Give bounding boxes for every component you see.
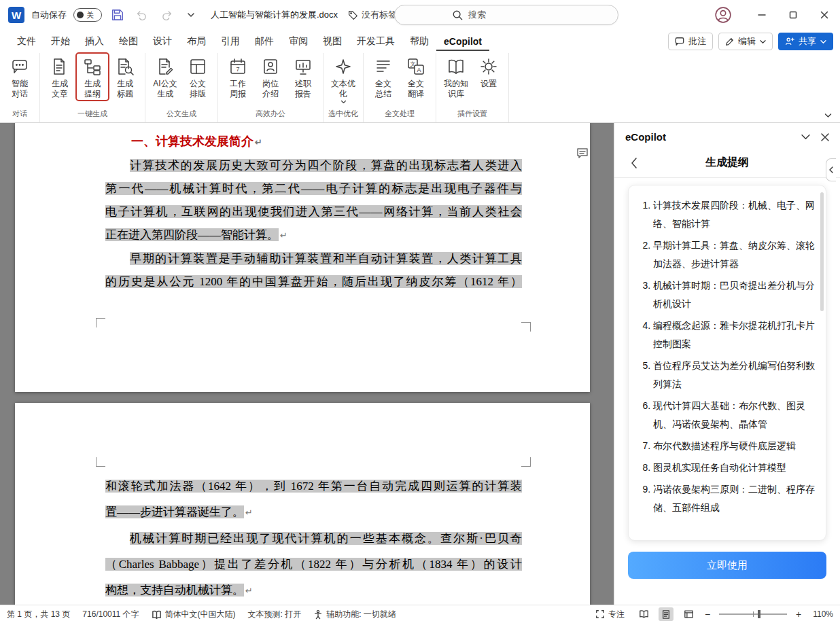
doc-line[interactable]: 机械计算时期已经出现了现代计算机的一些基本概念。查尔斯·巴贝奇 (105, 526, 522, 552)
settings-button[interactable]: 设置 (472, 53, 505, 90)
zoom-level[interactable]: 110% (810, 609, 833, 619)
ribbon-group-one-click: 生成文章 生成提纲 生成标题 一键生成 (40, 53, 145, 122)
weekly-report-button[interactable]: 7 工作周报 (222, 53, 254, 101)
search-box[interactable]: 搜索 (394, 5, 618, 25)
full-summary-button[interactable]: 全文总结 (367, 53, 400, 101)
outline-item[interactable]: 冯诺依曼架构三原则：二进制、程序存储、五部件组成 (653, 480, 815, 517)
doc-line[interactable]: 正在进入第四阶段——智能计算。↵ (105, 224, 522, 247)
document-page-1[interactable]: 一、计算技术发展简介↵ 计算技术的发展历史大致可分为四个阶段，算盘的出现标志着人… (15, 123, 590, 392)
focus-label: 专注 (608, 609, 625, 620)
comment-indicator-icon[interactable] (576, 147, 589, 159)
doc-line[interactable]: （Charles Babbage）提出了差分机（1822 年）与分析机（1834… (105, 552, 522, 577)
tab-review[interactable]: 审阅 (281, 31, 315, 52)
quick-access-chevron-icon[interactable] (182, 6, 200, 24)
doc-line[interactable]: 第一代——机械计算时代，第二代——电子计算的标志是出现电子器件与 (105, 177, 522, 200)
generate-article-button[interactable]: 生成文章 (43, 53, 76, 101)
zoom-slider[interactable] (719, 613, 787, 615)
ai-document-icon (156, 58, 174, 75)
status-bar: 第 1 页，共 13 页 716/10011 个字 简体中文(中国大陆) 文本预… (0, 605, 840, 623)
back-arrow-icon[interactable] (631, 158, 637, 168)
doc-heading[interactable]: 一、计算技术发展简介↵ (105, 123, 522, 154)
zoom-in-button[interactable]: + (794, 609, 803, 620)
minimize-button[interactable] (746, 0, 777, 30)
tab-layout[interactable]: 布局 (179, 31, 213, 52)
collapse-ribbon-chevron-icon[interactable] (824, 113, 832, 118)
proofing-status[interactable]: 简体中文(中国大陆) (152, 609, 236, 620)
doc-line[interactable]: 的历史是从公元 1200 年的中国算盘开始，随后出现了纳皮尔筹（1612 年） (105, 270, 522, 293)
read-mode-button[interactable] (636, 607, 651, 621)
text-boundary-mark (521, 322, 531, 332)
autosave-toggle[interactable]: 关 (73, 8, 102, 22)
word-count-status[interactable]: 716/10011 个字 (82, 609, 139, 620)
tab-references[interactable]: 引用 (213, 31, 247, 52)
tab-help[interactable]: 帮助 (402, 31, 436, 52)
accessibility-status[interactable]: 辅助功能: 一切就绪 (313, 609, 396, 620)
document-canvas[interactable]: 一、计算技术发展简介↵ 计算技术的发展历史大致可分为四个阶段，算盘的出现标志着人… (0, 123, 614, 605)
tab-insert[interactable]: 插入 (77, 31, 111, 52)
tab-design[interactable]: 设计 (145, 31, 179, 52)
document-page-2[interactable]: 和滚轮式加法器（1642 年），到 1672 年第一台自动完成四则运算的计算装 … (15, 403, 590, 605)
web-layout-button[interactable] (681, 607, 696, 621)
ai-official-doc-button[interactable]: AI公文生成 (149, 53, 181, 101)
print-layout-button[interactable] (659, 607, 673, 621)
tab-draw[interactable]: 绘图 (111, 31, 145, 52)
doc-typeset-button[interactable]: 公文排版 (181, 53, 214, 101)
doc-line[interactable]: 电子计算机，互联网的出现使我们进入第三代——网络计算，当前人类社会 (105, 200, 522, 224)
undo-icon[interactable] (133, 6, 151, 24)
panel-close-icon[interactable] (821, 133, 829, 141)
job-intro-button[interactable]: 岗位介绍 (254, 53, 287, 101)
doc-line[interactable]: 计算技术的发展历史大致可分为四个阶段，算盘的出现标志着人类进入 (105, 154, 522, 177)
use-now-button[interactable]: 立即使用 (628, 552, 826, 579)
outline-item[interactable]: 计算技术发展四阶段：机械、电子、网络、智能计算 (653, 196, 815, 233)
share-button[interactable]: 共享 (778, 33, 833, 50)
document-magnifier-icon (116, 58, 134, 75)
tab-ecopilot[interactable]: eCopilot (436, 32, 489, 52)
tab-home[interactable]: 开始 (43, 31, 77, 52)
smart-chat-button[interactable]: 智能对话 (3, 53, 36, 101)
text-prediction-status[interactable]: 文本预测: 打开 (248, 609, 302, 620)
text-optimize-button[interactable]: 文本优化 (327, 53, 360, 105)
work-report-button[interactable]: 述职报告 (287, 53, 319, 101)
word-app-icon[interactable]: W (8, 7, 24, 23)
page-number-status[interactable]: 第 1 页，共 13 页 (7, 609, 70, 620)
tab-file[interactable]: 文件 (10, 31, 43, 52)
language-label: 简体中文(中国大陆) (165, 609, 236, 620)
outline-item[interactable]: 现代计算四大基础：布尔代数、图灵机、冯诺依曼架构、晶体管 (653, 397, 815, 433)
ribbon-group-selection-optimize: 文本优化 选中优化 (323, 53, 364, 122)
close-button[interactable] (809, 0, 840, 30)
tab-view[interactable]: 视图 (315, 31, 349, 52)
doc-line[interactable]: 早期的计算装置是手动辅助计算装置和半自动计算装置，人类计算工具 (105, 247, 522, 270)
outline-item[interactable]: 机械计算时期：巴贝奇提出差分机与分析机设计 (653, 277, 815, 313)
save-icon[interactable] (109, 6, 126, 24)
outline-item[interactable]: 布尔代数描述程序与硬件底层逻辑 (653, 437, 815, 455)
outline-item[interactable]: 编程概念起源：雅卡尔提花机打孔卡片控制图案 (653, 317, 815, 353)
zoom-out-button[interactable]: − (703, 609, 712, 620)
comments-button[interactable]: 批注 (668, 33, 713, 50)
outline-item[interactable]: 早期计算工具：算盘、纳皮尔筹、滚轮加法器、步进计算器 (653, 236, 815, 273)
knowledge-base-button[interactable]: 我的知识库 (440, 53, 472, 101)
tab-developer[interactable]: 开发工具 (349, 31, 402, 52)
outline-item[interactable]: 首位程序员艾达为差分机编写伯努利数列算法 (653, 357, 815, 393)
panel-resize-handle[interactable] (826, 158, 836, 181)
editing-mode-button[interactable]: 编辑 (718, 33, 773, 50)
full-translate-button[interactable]: 文 A 全文翻译 (400, 53, 432, 101)
card-scrollbar[interactable] (820, 192, 824, 311)
group-label-chat: 对话 (3, 107, 36, 122)
maximize-button[interactable] (777, 0, 809, 30)
panel-title: eCopilot (625, 131, 801, 143)
doc-line[interactable]: 置——步进计算器诞生了。↵ (105, 499, 522, 526)
doc-line[interactable]: 和滚轮式加法器（1642 年），到 1672 年第一台自动完成四则运算的计算装 (105, 474, 522, 499)
focus-mode-button[interactable]: 专注 (595, 609, 625, 620)
chevron-down-icon (820, 39, 826, 44)
user-avatar[interactable] (710, 0, 737, 30)
page-gap (0, 392, 614, 403)
zoom-slider-thumb[interactable] (758, 610, 760, 618)
tab-mailings[interactable]: 邮件 (247, 31, 281, 52)
redo-icon[interactable] (158, 6, 175, 24)
generate-outline-button[interactable]: 生成提纲 (76, 53, 109, 101)
print-layout-icon (661, 609, 671, 620)
generate-title-button[interactable]: 生成标题 (109, 53, 141, 101)
outline-item[interactable]: 图灵机实现任务自动化计算模型 (653, 459, 815, 477)
doc-line[interactable]: 构想，支持自动机械计算。↵ (105, 577, 522, 604)
panel-collapse-chevron-icon[interactable] (801, 134, 810, 140)
